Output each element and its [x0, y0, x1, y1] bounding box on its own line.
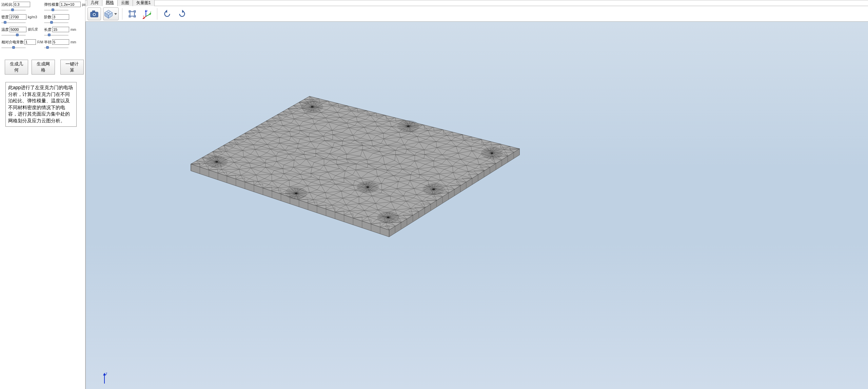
temp-label: 温度: [1, 27, 9, 32]
graphics-toolbar: z y x: [85, 6, 868, 22]
temp-unit: 摄氏度: [28, 27, 38, 32]
view-tabs: 几何 网格 云图 矢量图1: [85, 0, 868, 6]
axis-triad-button[interactable]: z y x: [141, 7, 154, 20]
order-slider[interactable]: [44, 20, 68, 25]
length-slider[interactable]: [44, 33, 68, 38]
svg-rect-9: [130, 12, 134, 16]
temp-slider[interactable]: [1, 33, 26, 38]
poisson-label: 泊松比: [1, 2, 13, 7]
cube-grid-icon: [103, 9, 114, 19]
radius-unit: mm: [71, 40, 76, 44]
length-label: 长度: [44, 27, 52, 32]
graphics-area: 几何 网格 云图 矢量图1: [85, 0, 868, 389]
axes-xyz-icon: z y x: [142, 9, 152, 19]
length-input[interactable]: [52, 27, 69, 32]
elastic-label: 弹性模量: [44, 2, 59, 7]
param-density: 密度 kg/m3: [1, 14, 44, 25]
svg-marker-21: [191, 96, 520, 230]
tab-mesh[interactable]: 网格: [102, 0, 117, 6]
3d-viewport[interactable]: z: [85, 22, 868, 389]
svg-point-1795: [407, 125, 410, 127]
viewport-axis-triad: z: [101, 372, 115, 387]
order-label: 阶数: [44, 15, 52, 20]
svg-point-1849: [432, 188, 435, 190]
svg-point-1957: [366, 186, 369, 188]
rotate-ccw-button[interactable]: [161, 7, 174, 20]
rotate-ccw-icon: [162, 9, 172, 19]
permittivity-label: 相对介电常数: [1, 40, 24, 45]
radius-input[interactable]: [52, 39, 69, 45]
svg-text:x: x: [143, 15, 144, 17]
svg-rect-3: [92, 11, 95, 12]
svg-point-1930: [215, 161, 218, 163]
density-unit: kg/m3: [28, 15, 37, 19]
poisson-slider[interactable]: [1, 8, 26, 13]
tab-cloud[interactable]: 云图: [117, 0, 133, 6]
tab-vector[interactable]: 矢量图1: [133, 0, 155, 6]
density-label: 密度: [1, 15, 9, 20]
rotate-cw-icon: [177, 9, 187, 19]
param-temp: 温度 摄氏度: [1, 26, 44, 38]
param-length: 长度 mm: [44, 26, 87, 38]
action-button-row: 生成几何 生成网格 一键计算: [1, 60, 84, 75]
generate-geometry-button[interactable]: 生成几何: [5, 60, 28, 75]
param-permittivity: 相对介电常数 F/M: [1, 39, 44, 50]
permittivity-unit: F/M: [37, 40, 43, 44]
param-radius: 半径 mm: [44, 39, 87, 50]
axis-triad-icon: z: [101, 372, 115, 386]
parameter-grid: 泊松比 弹性模量 pa 密度 kg/m3 阶数: [1, 1, 84, 50]
svg-text:y: y: [150, 11, 151, 14]
generate-mesh-button[interactable]: 生成网格: [32, 60, 55, 75]
rotate-cw-button[interactable]: [176, 7, 189, 20]
zoom-extents-icon: [127, 9, 137, 19]
density-input[interactable]: [9, 14, 26, 20]
description-box: 此app进行了左亚克力门的电场分析，计算左亚克力门在不同泊松比、弹性模量、温度以…: [5, 82, 77, 127]
elastic-input[interactable]: [60, 2, 81, 7]
svg-text:z: z: [146, 9, 148, 12]
screenshot-button[interactable]: [87, 7, 101, 20]
svg-point-1768: [311, 106, 314, 108]
length-unit: mm: [71, 28, 76, 32]
toolbar-separator-2: [157, 8, 157, 20]
tab-geometry[interactable]: 几何: [87, 0, 102, 6]
elastic-slider[interactable]: [44, 8, 68, 13]
permittivity-input[interactable]: [24, 39, 36, 45]
camera-icon: [89, 9, 99, 19]
parameter-panel: 泊松比 弹性模量 pa 密度 kg/m3 阶数: [0, 0, 85, 389]
poisson-input[interactable]: [13, 2, 30, 7]
svg-point-1903: [295, 192, 298, 194]
svg-point-2: [94, 14, 95, 15]
permittivity-slider[interactable]: [1, 45, 26, 50]
svg-point-1876: [387, 217, 390, 218]
axis-z-label: z: [105, 372, 107, 375]
temp-input[interactable]: [9, 27, 26, 32]
zoom-extents-button[interactable]: [126, 7, 139, 20]
transparency-split-button[interactable]: [103, 7, 119, 20]
radius-slider[interactable]: [44, 45, 68, 50]
order-input[interactable]: [52, 14, 69, 20]
param-elastic: 弹性模量 pa: [44, 1, 87, 13]
density-slider[interactable]: [1, 20, 26, 25]
param-order: 阶数: [44, 14, 87, 25]
svg-line-12: [146, 14, 150, 17]
toolbar-separator-1: [122, 8, 122, 20]
param-poisson: 泊松比: [1, 1, 44, 13]
compute-button[interactable]: 一键计算: [60, 60, 84, 75]
svg-point-1822: [491, 152, 493, 154]
mesh-render: [86, 22, 868, 389]
radius-label: 半径: [44, 40, 52, 45]
